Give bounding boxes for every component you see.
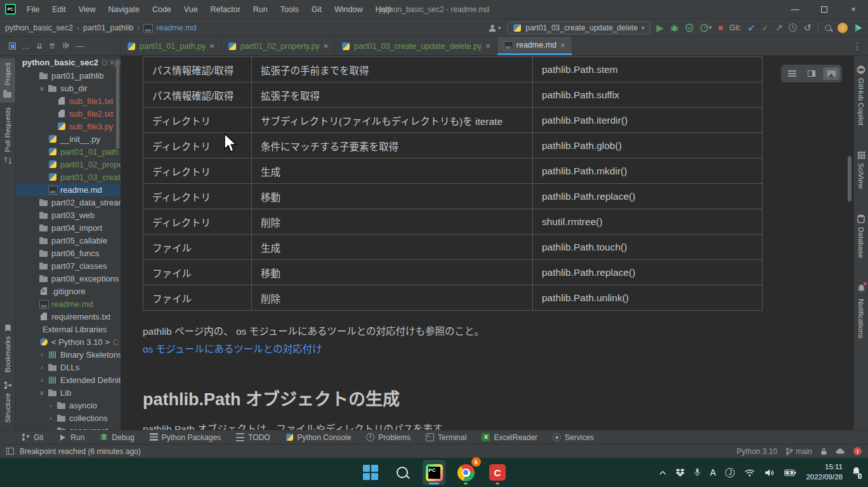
status-message[interactable]: Breakpoint reached (6 minutes ago)	[20, 447, 141, 456]
tree-item[interactable]: readme.md	[16, 297, 121, 310]
restore-button[interactable]	[810, 0, 839, 19]
tree-item[interactable]: › DLLs	[16, 361, 121, 373]
tree-chevron-icon[interactable]: ›	[48, 415, 54, 422]
tree-item[interactable]: < Python 3.10 > C:¥Program	[16, 335, 121, 348]
markdown-link[interactable]: os モジュールにあるツールとの対応付け	[143, 341, 322, 355]
editor-tab[interactable]: readme.md	[497, 37, 572, 55]
editor-tab[interactable]: part01_03_create_update_delete.py	[335, 37, 497, 55]
tree-item[interactable]: part05_callable	[16, 234, 121, 247]
tree-item[interactable]: ∨ sub_dir	[16, 82, 121, 94]
tree-chevron-icon[interactable]: ›	[39, 351, 45, 358]
editor-tab[interactable]: part01_01_path.py	[121, 37, 221, 55]
menu-item[interactable]: File	[22, 3, 44, 16]
lock-icon[interactable]	[820, 448, 827, 455]
dropbox-icon[interactable]	[676, 469, 685, 477]
tree-item[interactable]: sub_file3.py	[16, 120, 121, 133]
collapse-all-icon[interactable]: ⇈	[49, 42, 55, 51]
tree-chevron-icon[interactable]: ›	[39, 364, 45, 371]
plugin-icon[interactable]	[854, 23, 863, 32]
select-opened-file-icon[interactable]	[9, 42, 16, 49]
tree-item[interactable]: part01_03_create_update	[16, 171, 121, 183]
speaker-icon[interactable]	[765, 469, 775, 477]
tool-button-database[interactable]: Database	[857, 210, 865, 263]
tab-close-icon[interactable]	[324, 41, 329, 51]
show-editor-and-preview-button[interactable]	[803, 67, 820, 80]
tree-item[interactable]: External Libraries	[16, 323, 121, 335]
wifi-icon[interactable]	[744, 469, 755, 477]
tree-chevron-icon[interactable]: ›	[48, 402, 54, 409]
tool-window-button[interactable]: Git	[22, 433, 43, 442]
tool-window-button[interactable]: ExcelReader	[482, 433, 537, 442]
coverage-button[interactable]	[685, 23, 694, 32]
tool-window-button[interactable]: Problems	[366, 433, 411, 442]
layout-icon[interactable]	[6, 448, 14, 455]
python-interpreter-widget[interactable]: Python 3.10	[737, 447, 777, 456]
user-avatar-icon[interactable]: ▾	[488, 23, 501, 32]
tree-item[interactable]: part01_pathlib	[16, 69, 121, 82]
tree-item[interactable]: ∨ Lib	[16, 386, 121, 399]
tool-button-structure[interactable]: Structure	[4, 377, 12, 427]
hidden-icons-chevron-icon[interactable]	[659, 471, 666, 475]
tree-item[interactable]: readme.md	[16, 183, 121, 196]
tree-chevron-icon[interactable]: ›	[39, 377, 45, 384]
tree-item[interactable]: part06_funcs	[16, 247, 121, 259]
git-branch-widget[interactable]: main	[786, 447, 812, 456]
tree-item[interactable]: .gitignore	[16, 285, 121, 297]
cloud-sync-icon[interactable]	[836, 448, 845, 455]
git-update-button[interactable]: ↙	[747, 23, 755, 32]
breadcrumb-file[interactable]: readme.md	[156, 23, 196, 32]
project-scrollbar[interactable]	[116, 59, 119, 149]
git-push-button[interactable]: ↗	[775, 23, 783, 32]
project-root-row[interactable]: python_basic_sec2 D:¥projects	[16, 56, 121, 69]
tree-item[interactable]: requirements.txt	[16, 310, 121, 323]
breadcrumb-folder[interactable]: part01_pathlib	[83, 23, 133, 32]
show-editor-only-button[interactable]	[784, 67, 800, 80]
menu-item[interactable]: Tools	[275, 3, 304, 16]
menu-item[interactable]: Window	[329, 3, 367, 16]
tab-close-icon[interactable]	[209, 41, 214, 51]
tree-item[interactable]: part02_data_stream	[16, 196, 121, 209]
run-configuration-select[interactable]: part01_03_create_update_delete ▾	[507, 22, 650, 34]
menu-item[interactable]: Navigate	[103, 3, 145, 16]
tree-item[interactable]: sub_file2.txt	[16, 107, 121, 120]
menu-item[interactable]: View	[74, 3, 101, 16]
git-commit-button[interactable]: ✓	[761, 23, 769, 32]
profiler-button[interactable]: ▾	[700, 23, 712, 32]
menu-item[interactable]: Git	[306, 3, 327, 16]
tray-app-icon[interactable]: J	[725, 468, 735, 477]
update-available-icon[interactable]: ↑	[838, 23, 848, 33]
editor-scrollbar[interactable]	[848, 156, 852, 202]
tree-chevron-icon[interactable]: ∨	[39, 85, 45, 92]
tool-button-bookmarks[interactable]: Bookmarks	[4, 320, 11, 377]
taskbar-chrome-button[interactable]: k	[454, 460, 477, 485]
tree-item[interactable]: part04_import	[16, 221, 121, 234]
menu-item[interactable]: Edit	[47, 3, 71, 16]
tool-button-project[interactable]: Project	[0, 58, 15, 103]
stop-button[interactable]: ■	[718, 23, 723, 32]
settings-gear-icon[interactable]	[62, 41, 70, 52]
rollback-button[interactable]: ↺	[803, 23, 812, 32]
tool-window-button[interactable]: TODO	[236, 433, 270, 442]
tool-window-button[interactable]: Python Console	[286, 433, 352, 442]
tree-item[interactable]: part07_classes	[16, 259, 121, 272]
taskbar-search-button[interactable]	[391, 460, 414, 485]
error-indicator-icon[interactable]: !	[853, 447, 862, 455]
tool-window-button[interactable]: Python Packages	[150, 433, 221, 442]
tree-item[interactable]: part01_01_path.py	[16, 145, 121, 158]
hide-panel-icon[interactable]: —	[76, 42, 84, 51]
minimize-button[interactable]: —	[780, 0, 810, 19]
menu-item[interactable]: Vue	[179, 3, 203, 16]
menu-item[interactable]: Code	[147, 3, 176, 16]
tab-close-icon[interactable]	[560, 41, 565, 50]
tree-item[interactable]: part01_02_property.py	[16, 158, 121, 171]
tree-item[interactable]: › asyncio	[16, 399, 121, 412]
menu-item[interactable]: Run	[248, 3, 273, 16]
tool-window-button[interactable]: Terminal	[426, 433, 466, 442]
tool-window-button[interactable]: Run	[58, 433, 84, 442]
tool-button-pull-requests[interactable]: Pull Requests	[4, 103, 12, 169]
more-icon[interactable]: …	[22, 42, 30, 51]
tool-button-notifications[interactable]: Notifications	[857, 279, 865, 343]
ime-status-icon[interactable]: A	[710, 467, 716, 477]
expand-all-icon[interactable]: ⇊	[36, 42, 43, 51]
tree-item[interactable]: › concurrent	[16, 424, 121, 430]
